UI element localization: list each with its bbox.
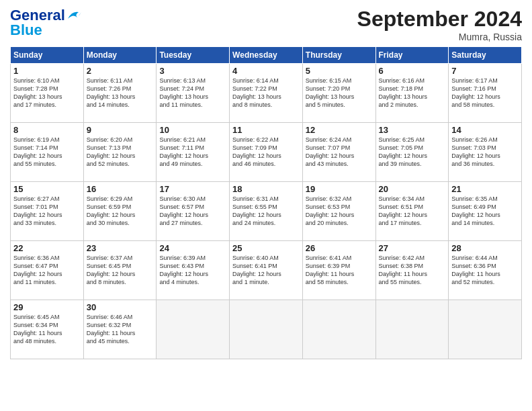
day-info: Sunrise: 6:17 AMSunset: 7:16 PMDaylight:… xyxy=(451,77,519,109)
day-info: Sunrise: 6:37 AMSunset: 6:45 PMDaylight:… xyxy=(87,254,154,287)
day-info: Sunrise: 6:34 AMSunset: 6:51 PMDaylight:… xyxy=(379,195,446,228)
day-number: 25 xyxy=(232,243,300,253)
calendar-cell xyxy=(230,300,303,359)
calendar-header-monday: Monday xyxy=(83,47,157,64)
day-info: Sunrise: 6:39 AMSunset: 6:43 PMDaylight:… xyxy=(159,254,226,287)
calendar-cell: 20Sunrise: 6:34 AMSunset: 6:51 PMDayligh… xyxy=(375,182,449,241)
title-block: September 2024 Mumra, Russia xyxy=(357,7,522,42)
day-info: Sunrise: 6:46 AMSunset: 6:32 PMDaylight:… xyxy=(87,313,154,346)
day-info: Sunrise: 6:22 AMSunset: 7:09 PMDaylight:… xyxy=(232,136,300,169)
day-number: 6 xyxy=(379,66,446,76)
calendar-header-wednesday: Wednesday xyxy=(230,47,303,64)
calendar-cell: 18Sunrise: 6:31 AMSunset: 6:55 PMDayligh… xyxy=(230,182,303,241)
day-info: Sunrise: 6:19 AMSunset: 7:14 PMDaylight:… xyxy=(13,136,81,169)
day-info: Sunrise: 6:11 AMSunset: 7:26 PMDaylight:… xyxy=(87,77,154,109)
day-info: Sunrise: 6:21 AMSunset: 7:11 PMDaylight:… xyxy=(159,136,226,169)
day-info: Sunrise: 6:24 AMSunset: 7:07 PMDaylight:… xyxy=(306,136,373,169)
day-number: 19 xyxy=(306,184,373,194)
calendar-header-tuesday: Tuesday xyxy=(157,47,230,64)
calendar-cell: 11Sunrise: 6:22 AMSunset: 7:09 PMDayligh… xyxy=(230,123,303,182)
calendar-cell xyxy=(157,300,230,359)
calendar-cell: 22Sunrise: 6:36 AMSunset: 6:47 PMDayligh… xyxy=(11,241,84,300)
day-info: Sunrise: 6:42 AMSunset: 6:38 PMDaylight:… xyxy=(379,254,446,287)
calendar-table: SundayMondayTuesdayWednesdayThursdayFrid… xyxy=(10,46,522,359)
calendar-week-1: 1Sunrise: 6:10 AMSunset: 7:28 PMDaylight… xyxy=(11,64,522,123)
day-number: 29 xyxy=(13,302,81,312)
calendar-cell: 16Sunrise: 6:29 AMSunset: 6:59 PMDayligh… xyxy=(83,182,157,241)
day-info: Sunrise: 6:32 AMSunset: 6:53 PMDaylight:… xyxy=(306,195,373,228)
logo: General Blue xyxy=(10,7,81,39)
calendar-cell: 29Sunrise: 6:45 AMSunset: 6:34 PMDayligh… xyxy=(11,300,84,359)
logo-blue: Blue xyxy=(10,21,42,39)
calendar-cell: 13Sunrise: 6:25 AMSunset: 7:05 PMDayligh… xyxy=(375,123,449,182)
calendar-cell: 6Sunrise: 6:16 AMSunset: 7:18 PMDaylight… xyxy=(375,64,449,123)
month-title: September 2024 xyxy=(357,7,522,32)
calendar-cell: 26Sunrise: 6:41 AMSunset: 6:39 PMDayligh… xyxy=(302,241,375,300)
day-number: 17 xyxy=(159,184,226,194)
day-number: 27 xyxy=(379,243,446,253)
calendar-cell: 8Sunrise: 6:19 AMSunset: 7:14 PMDaylight… xyxy=(11,123,84,182)
day-info: Sunrise: 6:26 AMSunset: 7:03 PMDaylight:… xyxy=(451,136,519,169)
day-number: 28 xyxy=(451,243,519,253)
calendar-cell: 12Sunrise: 6:24 AMSunset: 7:07 PMDayligh… xyxy=(302,123,375,182)
calendar-cell: 7Sunrise: 6:17 AMSunset: 7:16 PMDaylight… xyxy=(449,64,522,123)
calendar-cell: 25Sunrise: 6:40 AMSunset: 6:41 PMDayligh… xyxy=(230,241,303,300)
day-number: 8 xyxy=(13,125,81,135)
calendar-cell: 28Sunrise: 6:44 AMSunset: 6:36 PMDayligh… xyxy=(449,241,522,300)
day-info: Sunrise: 6:16 AMSunset: 7:18 PMDaylight:… xyxy=(379,77,446,109)
day-number: 15 xyxy=(13,184,81,194)
day-number: 16 xyxy=(87,184,154,194)
day-info: Sunrise: 6:30 AMSunset: 6:57 PMDaylight:… xyxy=(159,195,226,228)
calendar-header-row: SundayMondayTuesdayWednesdayThursdayFrid… xyxy=(11,47,522,64)
day-number: 9 xyxy=(87,125,154,135)
day-number: 30 xyxy=(87,302,154,312)
day-number: 13 xyxy=(379,125,446,135)
day-info: Sunrise: 6:10 AMSunset: 7:28 PMDaylight:… xyxy=(13,77,81,109)
calendar-cell xyxy=(302,300,375,359)
calendar-cell: 4Sunrise: 6:14 AMSunset: 7:22 PMDaylight… xyxy=(230,64,303,123)
day-info: Sunrise: 6:29 AMSunset: 6:59 PMDaylight:… xyxy=(87,195,154,228)
calendar-week-3: 15Sunrise: 6:27 AMSunset: 7:01 PMDayligh… xyxy=(11,182,522,241)
day-number: 1 xyxy=(13,66,81,76)
page: General Blue September 2024 Mumra, Russi… xyxy=(0,0,532,411)
calendar-cell: 14Sunrise: 6:26 AMSunset: 7:03 PMDayligh… xyxy=(449,123,522,182)
day-number: 10 xyxy=(159,125,226,135)
calendar-cell: 2Sunrise: 6:11 AMSunset: 7:26 PMDaylight… xyxy=(83,64,157,123)
calendar-header-friday: Friday xyxy=(375,47,449,64)
calendar-cell xyxy=(449,300,522,359)
day-number: 20 xyxy=(379,184,446,194)
day-info: Sunrise: 6:14 AMSunset: 7:22 PMDaylight:… xyxy=(232,77,300,109)
day-number: 22 xyxy=(13,243,81,253)
day-number: 14 xyxy=(451,125,519,135)
calendar-cell: 24Sunrise: 6:39 AMSunset: 6:43 PMDayligh… xyxy=(157,241,230,300)
calendar-cell: 10Sunrise: 6:21 AMSunset: 7:11 PMDayligh… xyxy=(157,123,230,182)
logo-bird-icon xyxy=(66,9,81,21)
day-number: 7 xyxy=(451,66,519,76)
calendar-cell: 9Sunrise: 6:20 AMSunset: 7:13 PMDaylight… xyxy=(83,123,157,182)
calendar-cell: 17Sunrise: 6:30 AMSunset: 6:57 PMDayligh… xyxy=(157,182,230,241)
day-info: Sunrise: 6:20 AMSunset: 7:13 PMDaylight:… xyxy=(87,136,154,169)
calendar-week-5: 29Sunrise: 6:45 AMSunset: 6:34 PMDayligh… xyxy=(11,300,522,359)
calendar-week-2: 8Sunrise: 6:19 AMSunset: 7:14 PMDaylight… xyxy=(11,123,522,182)
calendar-cell: 23Sunrise: 6:37 AMSunset: 6:45 PMDayligh… xyxy=(83,241,157,300)
day-info: Sunrise: 6:41 AMSunset: 6:39 PMDaylight:… xyxy=(306,254,373,287)
day-number: 21 xyxy=(451,184,519,194)
calendar-cell: 27Sunrise: 6:42 AMSunset: 6:38 PMDayligh… xyxy=(375,241,449,300)
calendar-cell xyxy=(375,300,449,359)
calendar-cell: 1Sunrise: 6:10 AMSunset: 7:28 PMDaylight… xyxy=(11,64,84,123)
calendar-header-sunday: Sunday xyxy=(11,47,84,64)
calendar-week-4: 22Sunrise: 6:36 AMSunset: 6:47 PMDayligh… xyxy=(11,241,522,300)
day-number: 11 xyxy=(232,125,300,135)
day-info: Sunrise: 6:15 AMSunset: 7:20 PMDaylight:… xyxy=(306,77,373,109)
day-info: Sunrise: 6:44 AMSunset: 6:36 PMDaylight:… xyxy=(451,254,519,287)
day-info: Sunrise: 6:45 AMSunset: 6:34 PMDaylight:… xyxy=(13,313,81,346)
day-number: 23 xyxy=(87,243,154,253)
calendar-cell: 19Sunrise: 6:32 AMSunset: 6:53 PMDayligh… xyxy=(302,182,375,241)
calendar-header-thursday: Thursday xyxy=(302,47,375,64)
day-number: 12 xyxy=(306,125,373,135)
day-info: Sunrise: 6:27 AMSunset: 7:01 PMDaylight:… xyxy=(13,195,81,228)
day-info: Sunrise: 6:35 AMSunset: 6:49 PMDaylight:… xyxy=(451,195,519,228)
day-number: 4 xyxy=(232,66,300,76)
day-info: Sunrise: 6:40 AMSunset: 6:41 PMDaylight:… xyxy=(232,254,300,287)
day-info: Sunrise: 6:25 AMSunset: 7:05 PMDaylight:… xyxy=(379,136,446,169)
